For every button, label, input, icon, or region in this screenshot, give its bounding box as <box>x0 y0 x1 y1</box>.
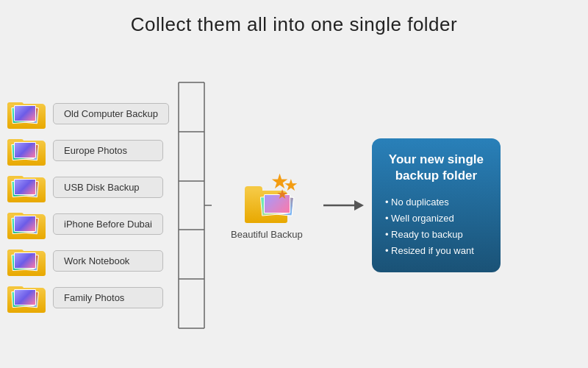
photo-3 <box>14 179 36 195</box>
folder-label: iPhone Before Dubai <box>53 213 163 235</box>
folder-back <box>7 214 46 239</box>
center-area: ★ ★ ★ Beautiful Backup <box>219 171 315 240</box>
photo-stack <box>10 105 43 126</box>
photo-3 <box>14 216 36 232</box>
bracket-svg <box>175 58 212 353</box>
bullet-item: Well organized <box>385 210 487 227</box>
folder-row: USB Disk Backup <box>7 171 169 202</box>
beautiful-backup-label: Beautiful Backup <box>231 229 303 240</box>
folder-list: Old Computer Backup Europe Photos <box>7 98 169 313</box>
folder-label: Work Notebook <box>53 250 163 272</box>
folder-row: Old Computer Backup <box>7 98 169 129</box>
right-box: Your new single backup folder No duplica… <box>372 138 501 273</box>
folder-label: Family Photos <box>53 287 163 308</box>
folder-row: iPhone Before Dubai <box>7 208 169 239</box>
folder-back <box>7 251 46 276</box>
photo-stack <box>10 179 43 199</box>
folder-label: Old Computer Backup <box>53 103 169 124</box>
main-content: Old Computer Backup Europe Photos <box>0 43 588 367</box>
folder-label: Europe Photos <box>53 140 163 161</box>
photo-3 <box>14 289 36 305</box>
folder-icon <box>7 171 47 202</box>
photo-stack <box>10 252 43 273</box>
folder-row: Work Notebook <box>7 245 169 276</box>
folder-row: Europe Photos <box>7 135 169 166</box>
folder-icon <box>7 245 47 276</box>
folder-icon <box>7 282 47 313</box>
svg-marker-10 <box>354 200 364 210</box>
folder-back <box>7 104 46 129</box>
folder-back <box>7 288 46 313</box>
right-box-title: Your new single backup folder <box>385 152 487 184</box>
folder-icon <box>7 135 47 166</box>
photo-stack <box>10 216 43 236</box>
folder-icon <box>7 98 47 129</box>
photo-3 <box>14 252 36 269</box>
connector <box>175 58 212 353</box>
bullet-item: No duplicates <box>385 194 487 210</box>
folder-label: USB Disk Backup <box>53 177 163 198</box>
arrow-area <box>322 194 366 216</box>
photo-stack <box>10 142 43 163</box>
folder-row: Family Photos <box>7 282 169 313</box>
photo-3 <box>14 142 36 158</box>
page-title: Collect them all into one single folder <box>0 0 588 43</box>
right-box-list: No duplicatesWell organizedReady to back… <box>385 194 487 259</box>
folder-icon <box>7 208 47 239</box>
star-3-icon: ★ <box>276 188 288 201</box>
arrow-icon <box>323 194 365 216</box>
photo-stack <box>10 289 43 310</box>
folder-back <box>7 141 46 166</box>
bullet-item: Ready to backup <box>385 227 487 243</box>
folder-back <box>7 177 46 202</box>
bullet-item: Resized if you want <box>385 243 487 259</box>
photo-3 <box>14 105 36 121</box>
beautiful-backup-icon: ★ ★ ★ <box>234 171 300 223</box>
